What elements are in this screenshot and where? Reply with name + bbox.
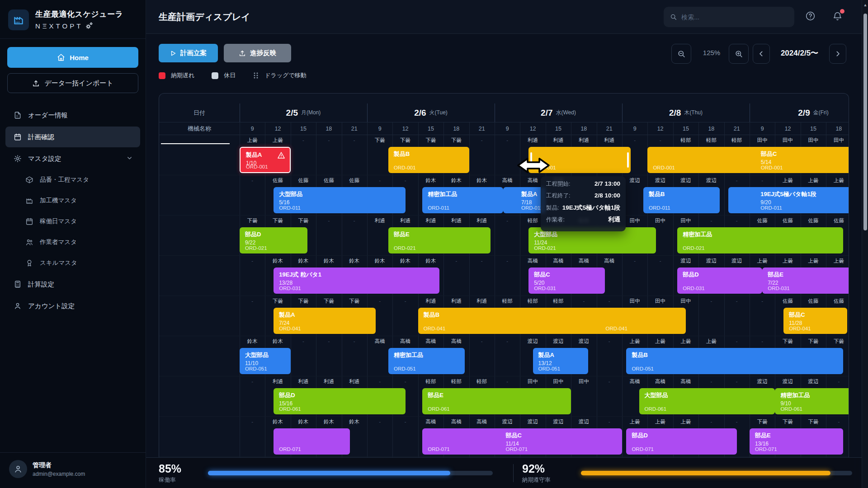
gantt-bar[interactable]: 部品DORD-071 (626, 428, 736, 455)
prev-period-button[interactable] (753, 44, 770, 64)
gantt-bar[interactable]: ORD-071 (274, 428, 350, 455)
sidebar-item-6[interactable]: 作業者マスタ (5, 232, 140, 252)
gantt-bar[interactable]: 精密加工品ORD-011 (422, 187, 503, 213)
worker-cell: - (316, 135, 341, 145)
worker-cell: 下曇 (801, 417, 826, 427)
bulk-import-button[interactable]: データ一括インポート (7, 73, 138, 93)
gantt-bar[interactable]: 19EJ式 粒バタ113/28ORD-031 (274, 267, 439, 294)
plan-button[interactable]: 計画立案 (159, 44, 218, 62)
gantt-bar[interactable]: 部品EORD-021 (388, 227, 491, 253)
search-input[interactable] (681, 14, 788, 21)
home-button[interactable]: Home (7, 47, 138, 68)
gantt-bar[interactable]: ORD-001部品C5/14ORD-001 (647, 147, 849, 173)
gear-icon (14, 155, 22, 163)
worker-cell: 下曇 (367, 135, 392, 145)
worker-cell: 渡辺 (673, 175, 698, 185)
next-period-button[interactable] (829, 44, 846, 64)
legend: 納期遅れ 休日 ドラッグで移動 (159, 71, 307, 80)
zoom-level: 125% (696, 49, 727, 56)
person-icon (14, 465, 23, 474)
gantt-bar[interactable]: 部品D9/22ORD-021 (240, 227, 307, 253)
gantt-bar[interactable]: 部品C11/28ORD-041 (783, 308, 847, 334)
sidebar-item-5[interactable]: 稼働日マスタ (5, 211, 140, 231)
gantt-bar[interactable]: ORD-071部品C11/14ORD-071 (422, 428, 622, 455)
worker-cell: - (392, 376, 418, 386)
gantt-bar[interactable]: 精密加工品9/10ORD-061 (775, 388, 849, 414)
sidebar-item-9[interactable]: アカウント設定 (5, 296, 140, 316)
hour-tick: 9 (367, 122, 392, 135)
notifications-button[interactable] (832, 11, 843, 23)
file-icon (14, 111, 22, 119)
holiday-label: 休日 (224, 71, 236, 80)
gantt-bar[interactable]: 部品EORD-061 (422, 388, 571, 414)
bulk-import-label: データ一括インポート (44, 79, 113, 88)
gantt-bar[interactable]: 製品A1/10ORD-001 (240, 147, 291, 173)
worker-cell: 鈴木 (265, 417, 290, 427)
resize-handle-right[interactable] (627, 152, 629, 168)
sidebar-item-3[interactable]: 品番・工程マスタ (5, 170, 140, 190)
notification-dot (840, 9, 844, 14)
worker-strip-row-6: 鈴木鈴木---高橋高橋高橋高橋--渡辺渡辺渡辺-上曇上曇上曇上曇--下曇下曇下曇… (159, 336, 849, 346)
worker-cell: 上曇 (622, 417, 647, 427)
worker-cell: - (622, 135, 647, 145)
zoom-in-button[interactable] (729, 44, 749, 64)
hour-tick: 15 (801, 122, 826, 135)
gantt-bar[interactable]: 製品A7/24ORD-041 (274, 308, 376, 334)
gantt-bar[interactable]: 部品E13/16ORD-071 (750, 428, 843, 455)
gantt-bar[interactable]: 製品BORD-051 (626, 348, 843, 374)
sidebar-item-label: オーダー情報 (28, 111, 68, 120)
gantt-bar[interactable]: 大型部品5/16ORD-011 (274, 187, 405, 213)
gantt-bar[interactable]: 大型部品11/10ORD-051 (240, 348, 291, 374)
worker-cell: - (342, 216, 367, 225)
worker-cell: 高橋 (597, 256, 622, 266)
vertical-scrollbar[interactable]: ▲ (862, 0, 868, 488)
play-icon (170, 50, 176, 56)
gantt-bar[interactable]: 製品A13/12ORD-051 (533, 348, 588, 374)
progress-reflect-button[interactable]: 進捗反映 (224, 44, 291, 62)
worker-cell: 鈴木 (265, 256, 290, 266)
machine-name-line (161, 143, 230, 144)
worker-cell: - (495, 256, 520, 266)
worker-cell: - (342, 135, 367, 145)
gantt-bar[interactable]: 19EJ式5極バタ軸1段9/20ORD-011 (728, 187, 849, 213)
help-button[interactable] (805, 11, 816, 23)
worker-cell: 利通 (418, 216, 443, 225)
sidebar-item-0[interactable]: オーダー情報 (5, 105, 140, 126)
worker-cell: 下曇 (392, 135, 418, 145)
user-block[interactable]: 管理者 admin@example.com (0, 452, 146, 488)
gantt-bar[interactable]: 部品E7/22ORD-031 (762, 267, 849, 294)
zoom-out-button[interactable] (671, 44, 691, 64)
bar-order-code: ORD-031 (534, 286, 556, 291)
sidebar-item-7[interactable]: スキルマスタ (5, 253, 140, 273)
gantt-bar[interactable]: 部品D15/16ORD-061 (274, 388, 405, 414)
person-icon (14, 302, 22, 310)
late-swatch (159, 72, 165, 79)
gantt-bar[interactable]: 製品BORD-011 (643, 187, 720, 213)
sidebar-item-8[interactable]: 計算設定 (5, 274, 140, 295)
gantt-bar[interactable]: 製品BORD-041ORD-041 (418, 308, 686, 334)
gantt-bar[interactable]: 部品C5/20ORD-031 (528, 267, 605, 294)
worker-cell: 鈴木 (316, 417, 341, 427)
gantt-bar[interactable]: 製品A7/18ORD-011 (503, 187, 546, 213)
sidebar-item-4[interactable]: 加工機マスタ (5, 191, 140, 211)
gantt-bar[interactable]: 大型部品ORD-061 (639, 388, 775, 414)
gantt-bar[interactable]: 部品DORD-031 (677, 267, 762, 294)
bar-order-code: ORD-031 (768, 286, 790, 291)
bar-order-code: ORD-071 (755, 446, 777, 452)
search-box[interactable] (664, 7, 794, 27)
worker-cell: 上曇 (775, 256, 800, 266)
gantt-bar[interactable]: 製品BORD-001 (388, 147, 469, 173)
sidebar-item-1[interactable]: 計画確認 (5, 127, 140, 147)
worker-cell: 上曇 (698, 336, 724, 346)
gantt-bar[interactable]: 精密加工品ORD-051 (388, 348, 465, 374)
bar-order-code: ORD-011 (760, 205, 782, 211)
scrollbar-thumb[interactable] (863, 14, 867, 230)
ontime-value: 92% (522, 462, 551, 475)
upload-icon (239, 50, 246, 57)
sidebar-item-2[interactable]: マスタ設定 (5, 148, 140, 169)
gantt-bar[interactable]: 精密加工品ORD-021 (677, 227, 843, 253)
box-icon (25, 176, 33, 184)
scroll-up-arrow[interactable]: ▲ (863, 3, 868, 7)
worker-cell: 利通 (443, 296, 469, 306)
worker-cell: - (647, 256, 673, 266)
